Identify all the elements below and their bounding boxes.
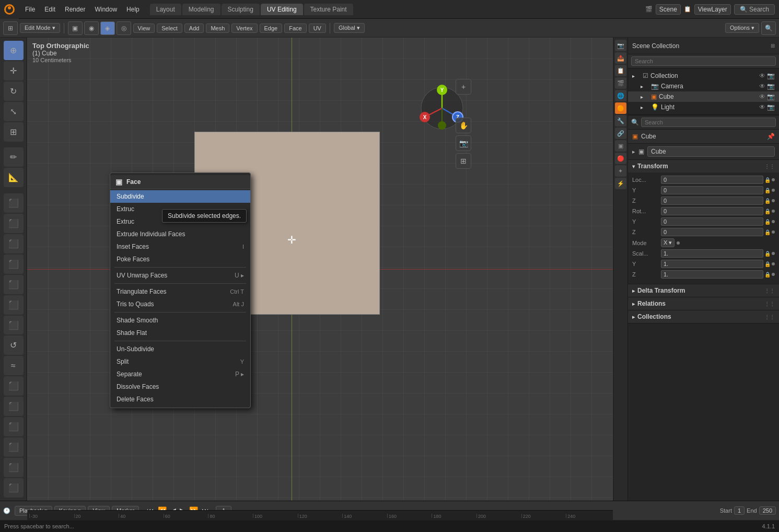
view-menu[interactable]: View [133,24,155,33]
bevel-tool[interactable]: ⬛ [4,234,24,253]
loc-y-input[interactable] [661,186,763,194]
help-menu[interactable]: Help [122,5,144,14]
scale-lock-z[interactable]: 🔒 [763,272,772,277]
scale-lock-x[interactable]: 🔒 [763,251,772,257]
solid-btn[interactable]: ◉ [84,21,99,35]
menu-item-extrude-individual[interactable]: Extrude Individual Faces [110,228,250,240]
tab-sculpting[interactable]: Sculpting [222,4,260,15]
rot-z-input[interactable] [661,228,763,236]
rip-region-tool[interactable]: ⬛ [4,478,24,498]
menu-item-dissolve-faces[interactable]: Dissolve Faces [110,380,250,393]
relations-header[interactable]: ▸ Relations ⋮⋮ [628,297,779,310]
menu-item-poke-faces[interactable]: Poke Faces [110,253,250,265]
transform-tool[interactable]: ⊞ [4,122,24,142]
menu-item-subdivide[interactable]: Subdivide [110,190,250,203]
tab-modeling[interactable]: Modeling [182,4,220,15]
constraints-props-btn[interactable]: 🔗 [615,128,626,139]
window-menu[interactable]: Window [90,5,121,14]
loc-x-input[interactable] [661,176,763,184]
options-btn[interactable]: Options ▾ [725,23,759,33]
outliner-item-camera[interactable]: ▸ 📷 Camera 👁 📷 [628,81,779,91]
menu-item-separate[interactable]: Separate P ▸ [110,368,250,380]
menu-item-uv-unwrap[interactable]: UV Unwrap Faces U ▸ [110,269,250,282]
outliner-search-input[interactable] [631,56,776,66]
material-props-btn[interactable]: 🔴 [615,153,626,164]
object-icon-btn[interactable]: ⊞ [3,21,18,35]
camera-render[interactable]: 📷 [767,83,775,90]
world-props-btn[interactable]: 🌐 [615,90,626,101]
tab-texture-paint[interactable]: Texture Paint [304,4,353,15]
loc-lock-z[interactable]: 🔒 [763,198,772,204]
search-button-top[interactable]: 🔍 Search [734,4,775,15]
render-btn[interactable]: ◎ [117,21,131,35]
scale-x-input[interactable] [661,249,763,258]
rotate-tool[interactable]: ↻ [4,82,24,101]
rot-y-input[interactable] [661,217,763,226]
data-props-btn[interactable]: ▣ [615,140,626,152]
outliner-item-light[interactable]: ▸ 💡 Light 👁 📷 [628,102,779,112]
timeline-scrubber[interactable]: -30 20 40 60 80 100 120 140 160 180 200 [27,510,613,521]
menu-item-inset-faces[interactable]: Inset Faces I [110,240,250,253]
mesh-menu[interactable]: Mesh [206,24,229,33]
transform-dropdown[interactable]: Global ▾ [334,23,365,33]
loopcut-tool[interactable]: ⬛ [4,255,24,274]
tab-layout[interactable]: Layout [150,4,181,15]
scale-tool[interactable]: ⤡ [4,102,24,121]
menu-item-tris-quads[interactable]: Tris to Quads Alt J [110,298,250,310]
render-props-btn[interactable]: 📷 [615,40,626,51]
scene-selector[interactable]: Scene [656,4,681,15]
scene-props-btn[interactable]: 🎬 [615,77,626,89]
annotate-tool[interactable]: ✏ [4,147,24,167]
edge-slide-tool[interactable]: ⬛ [4,397,24,416]
rotation-mode-dropdown[interactable]: X ▾ [661,238,675,247]
file-menu[interactable]: File [21,5,39,14]
extrude-tool[interactable]: ⬛ [4,193,24,213]
wireframe-btn[interactable]: ▣ [68,21,83,35]
particles-props-btn[interactable]: ✦ [615,165,626,177]
rot-lock-x[interactable]: 🔒 [763,209,772,214]
to-sphere-tool[interactable]: ⬛ [4,458,24,477]
add-menu[interactable]: Add [184,24,204,33]
render-menu[interactable]: Render [61,5,89,14]
edit-menu[interactable]: Edit [40,5,60,14]
shrink-fatten-tool[interactable]: ⬛ [4,417,24,436]
props-pin-icon[interactable]: 📌 [767,133,775,140]
loc-z-input[interactable] [661,196,763,205]
spin-tool[interactable]: ↺ [4,336,24,355]
shear-tool[interactable]: ⬛ [4,437,24,457]
search-btn-toolbar[interactable]: 🔍 [761,21,776,35]
zoom-in-btn[interactable]: + [456,79,471,95]
knife-tool[interactable]: ⬛ [4,295,24,315]
face-menu[interactable]: Face [284,24,306,33]
outliner-item-collection[interactable]: ▸ ☑ Collection 👁 📷 [628,71,779,81]
collection-visibility[interactable]: 👁 [759,72,765,79]
tab-uv-editing[interactable]: UV Editing [261,4,303,15]
vertex-menu[interactable]: Vertex [231,24,257,33]
scale-y-input[interactable] [661,260,763,268]
inset-tool[interactable]: ⬛ [4,214,24,233]
smooth-tool[interactable]: ≈ [4,356,24,375]
grid-view-btn[interactable]: ⊞ [456,153,471,169]
rot-lock-y[interactable]: 🔒 [763,219,772,225]
collections-header[interactable]: ▸ Collections ⋮⋮ [628,310,779,323]
props-search-input[interactable] [641,118,776,127]
camera-view-btn[interactable]: 📷 [456,135,471,151]
modifier-props-btn[interactable]: 🔧 [615,115,626,126]
material-btn[interactable]: ◈ [100,21,115,35]
uv-menu[interactable]: UV [309,24,326,33]
collection-render[interactable]: 📷 [767,72,775,79]
menu-item-delete-faces[interactable]: Delete Faces [110,393,250,406]
transform-header[interactable]: ▾ Transform ⋮⋮ [628,160,779,172]
select-menu[interactable]: Select [157,24,182,33]
cube-visibility[interactable]: 👁 [759,93,765,100]
menu-item-shade-flat[interactable]: Shade Flat [110,327,250,339]
loc-lock-y[interactable]: 🔒 [763,188,772,193]
cube-render[interactable]: 📷 [767,93,775,100]
polybuild-tool[interactable]: ⬛ [4,316,24,335]
physics-props-btn[interactable]: ⚡ [615,178,626,189]
scale-lock-y[interactable]: 🔒 [763,261,772,267]
randomize-tool[interactable]: ⬛ [4,376,24,396]
menu-item-shade-smooth[interactable]: Shade Smooth [110,314,250,327]
menu-item-unsubdivide[interactable]: Un-Subdivide [110,343,250,355]
start-frame-input[interactable]: 1 [734,506,745,515]
